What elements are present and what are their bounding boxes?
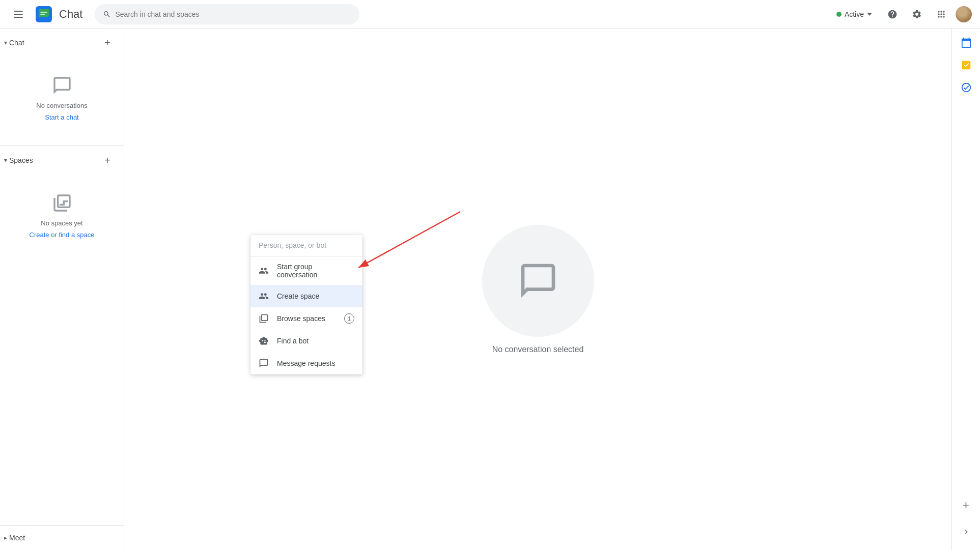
search-input[interactable] — [115, 10, 351, 18]
expand-button[interactable] — [956, 522, 976, 542]
status-button[interactable]: Active — [830, 7, 878, 21]
hamburger-button[interactable] — [8, 4, 29, 24]
list-item[interactable]: Message requests — [250, 352, 362, 374]
chat-section: ▾ Chat + No conversations Start a chat — [0, 28, 124, 146]
list-item[interactable]: Create space — [250, 285, 362, 307]
create-space-link[interactable]: Create or find a space — [30, 231, 95, 239]
list-item[interactable]: Start group conversation — [250, 256, 362, 285]
list-item[interactable]: Find a bot — [250, 330, 362, 352]
settings-button[interactable] — [907, 4, 927, 24]
spaces-section-label: Spaces — [9, 156, 33, 164]
browse-spaces-icon — [259, 313, 269, 324]
list-item[interactable]: Browse spaces 1 — [250, 307, 362, 330]
meet-section-label: Meet — [9, 534, 25, 542]
header-right: Active — [830, 4, 972, 24]
no-conv-icon — [50, 73, 74, 98]
browse-spaces-badge: 1 — [344, 313, 354, 324]
svg-rect-2 — [14, 17, 23, 18]
avatar[interactable] — [956, 6, 972, 22]
status-dot — [836, 12, 842, 17]
dropdown-search[interactable] — [250, 235, 362, 256]
help-button[interactable] — [882, 4, 903, 24]
right-sidebar: + — [951, 28, 980, 550]
center-content: No conversation selected Start group con… — [124, 28, 951, 550]
bot-icon — [259, 336, 269, 346]
apps-button[interactable] — [931, 4, 951, 24]
calendar-button[interactable] — [956, 33, 976, 53]
app-header: Chat Active — [0, 0, 980, 28]
chevron-down-icon — [867, 13, 872, 16]
search-bar[interactable] — [95, 4, 359, 24]
chat-section-label: Chat — [9, 39, 24, 47]
spaces-toggle-icon: ▾ — [4, 157, 7, 164]
spaces-header-left: ▾ Spaces — [4, 156, 33, 164]
search-icon — [103, 10, 111, 18]
chat-section-header[interactable]: ▾ Chat + — [0, 33, 124, 53]
dropdown-item-label: Start group conversation — [277, 263, 354, 279]
add-space-button[interactable]: + — [99, 152, 116, 168]
keep-button[interactable] — [956, 77, 976, 98]
app-title: Chat — [59, 8, 82, 21]
app-logo — [35, 5, 53, 23]
no-conv-selected: No conversation selected — [482, 225, 594, 354]
dropdown-item-label: Create space — [277, 292, 319, 300]
dropdown-item-label: Browse spaces — [277, 314, 325, 323]
no-spaces-icon — [50, 191, 74, 215]
start-chat-link[interactable]: Start a chat — [45, 113, 78, 121]
dropdown-menu: Start group conversation Create space — [250, 235, 362, 374]
meet-section-header[interactable]: ▸ Meet — [0, 526, 124, 550]
svg-rect-1 — [14, 14, 23, 15]
tasks-button[interactable] — [956, 55, 976, 75]
dropdown-item-label: Message requests — [277, 359, 335, 367]
svg-rect-0 — [14, 11, 23, 12]
chat-toggle-icon: ▾ — [4, 39, 7, 46]
right-add-button[interactable]: + — [956, 495, 976, 515]
no-conversations-text: No conversations — [36, 102, 87, 109]
no-spaces-text: No spaces yet — [41, 219, 82, 227]
no-conv-circle — [482, 225, 594, 337]
big-chat-icon — [518, 260, 558, 301]
create-space-icon — [259, 291, 269, 301]
no-spaces: No spaces yet Create or find a space — [0, 170, 124, 259]
section-header-left: ▾ Chat — [4, 39, 24, 47]
spaces-section-header[interactable]: ▾ Spaces + — [0, 150, 124, 170]
spaces-section: ▾ Spaces + No spaces yet Create or find … — [0, 146, 124, 263]
svg-line-5 — [358, 212, 460, 268]
dropdown-item-label: Find a bot — [277, 337, 309, 345]
meet-toggle-icon: ▸ — [4, 534, 7, 541]
header-left: Chat — [8, 4, 82, 24]
group-icon — [259, 266, 269, 276]
main-content: ▾ Chat + No conversations Start a chat ▾ — [0, 28, 980, 550]
sidebar: ▾ Chat + No conversations Start a chat ▾ — [0, 28, 124, 550]
meet-section: ▸ Meet — [0, 525, 124, 550]
no-conversations: No conversations Start a chat — [0, 53, 124, 141]
add-chat-button[interactable]: + — [99, 35, 116, 51]
no-conv-selected-text: No conversation selected — [492, 345, 584, 354]
status-label: Active — [845, 10, 864, 18]
dropdown-search-input[interactable] — [259, 241, 354, 249]
message-requests-icon — [259, 358, 269, 368]
